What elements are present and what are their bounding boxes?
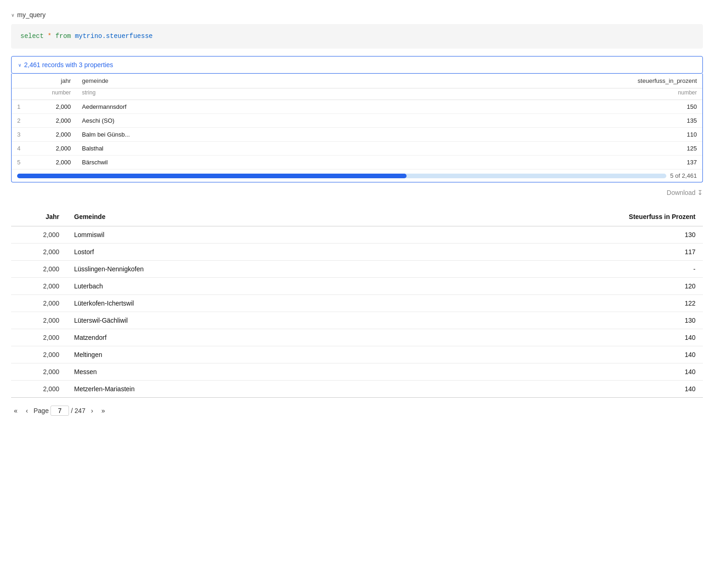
row-jahr: 2,000 <box>30 156 76 169</box>
row-gemeinde: Lüsslingen-Nennigkofen <box>67 261 390 278</box>
row-jahr: 2,000 <box>11 261 67 278</box>
query-toggle[interactable]: ∨ my_query <box>11 11 703 19</box>
download-label[interactable]: Download ↧ <box>667 189 703 196</box>
row-steuer: 150 <box>610 100 702 114</box>
bottom-steuer-header: Steuerfuss in Prozent <box>390 207 703 226</box>
page-input[interactable] <box>50 406 69 416</box>
row-gemeinde: Meltingen <box>67 346 390 363</box>
scrollbar-track[interactable] <box>17 174 666 178</box>
row-jahr: 2,000 <box>11 244 67 261</box>
query-box: select * from mytrino.steuerfuesse <box>11 24 703 49</box>
index-col-subheader <box>12 88 30 100</box>
row-gemeinde: Luterbach <box>67 278 390 295</box>
row-gemeinde: Lommiswil <box>67 226 390 244</box>
row-index: 5 <box>12 156 30 169</box>
table-row: 2,000 Lommiswil 130 <box>11 226 703 244</box>
row-steuer: 140 <box>390 329 703 346</box>
query-section: ∨ my_query select * from mytrino.steuerf… <box>11 11 703 49</box>
scrollbar-row: 5 of 2,461 <box>12 169 702 182</box>
gemeinde-type: string <box>76 88 610 100</box>
last-page-button[interactable]: » <box>99 405 108 416</box>
table-row: 2,000 Luterbach 120 <box>11 278 703 295</box>
table-row: 2,000 Metzerlen-Mariastein 140 <box>11 381 703 398</box>
bottom-table-header: Jahr Gemeinde Steuerfuss in Prozent <box>11 207 703 226</box>
query-name: my_query <box>17 11 45 19</box>
row-jahr: 2,000 <box>11 312 67 329</box>
table-row: 2,000 Lostorf 117 <box>11 244 703 261</box>
row-gemeinde: Lüterswil-Gächliwil <box>67 312 390 329</box>
bottom-table: Jahr Gemeinde Steuerfuss in Prozent 2,00… <box>11 207 703 398</box>
row-jahr: 2,000 <box>30 114 76 128</box>
chevron-down-icon: ∨ <box>18 63 21 68</box>
row-steuer: 137 <box>610 156 702 169</box>
row-steuer: 117 <box>390 244 703 261</box>
row-steuer: 122 <box>390 295 703 312</box>
table-row: 3 2,000 Balm bei Günsb... 110 <box>12 128 702 142</box>
next-page-button[interactable]: › <box>88 405 96 416</box>
table-subheader-row: number string number <box>12 88 702 100</box>
steuer-col-header: steuerfuss_in_prozent <box>610 74 702 88</box>
row-gemeinde: Aeschi (SO) <box>76 114 610 128</box>
row-jahr: 2,000 <box>11 278 67 295</box>
row-steuer: 135 <box>610 114 702 128</box>
bottom-table-body: 2,000 Lommiswil 130 2,000 Lostorf 117 2,… <box>11 226 703 398</box>
row-steuer: - <box>390 261 703 278</box>
row-jahr: 2,000 <box>30 100 76 114</box>
page-count: 5 of 2,461 <box>670 172 697 179</box>
table-row: 1 2,000 Aedermannsdorf 150 <box>12 100 702 114</box>
row-gemeinde: Aedermannsdorf <box>76 100 610 114</box>
top-table-body: 1 2,000 Aedermannsdorf 150 2 2,000 Aesch… <box>12 100 702 169</box>
row-steuer: 125 <box>610 142 702 156</box>
table-row: 4 2,000 Balsthal 125 <box>12 142 702 156</box>
chevron-down-icon: ∨ <box>11 13 14 18</box>
row-steuer: 130 <box>390 312 703 329</box>
scrollbar-thumb <box>17 174 407 178</box>
pagination: « ‹ Page / 247 › » <box>11 398 703 418</box>
table-row: 2,000 Matzendorf 140 <box>11 329 703 346</box>
sql-select: select <box>20 32 44 40</box>
row-jahr: 2,000 <box>11 363 67 381</box>
records-summary[interactable]: ∨ 2,461 records with 3 properties <box>11 56 703 74</box>
index-col-header <box>12 74 30 88</box>
steuer-type: number <box>610 88 702 100</box>
row-gemeinde: Messen <box>67 363 390 381</box>
row-index: 1 <box>12 100 30 114</box>
jahr-col-header: jahr <box>30 74 76 88</box>
row-jahr: 2,000 <box>30 142 76 156</box>
jahr-type: number <box>30 88 76 100</box>
row-steuer: 140 <box>390 381 703 398</box>
top-data-table: jahr gemeinde steuerfuss_in_prozent numb… <box>12 74 702 169</box>
row-steuer: 130 <box>390 226 703 244</box>
row-jahr: 2,000 <box>11 329 67 346</box>
row-index: 3 <box>12 128 30 142</box>
row-jahr: 2,000 <box>11 295 67 312</box>
row-jahr: 2,000 <box>11 346 67 363</box>
row-gemeinde: Lostorf <box>67 244 390 261</box>
row-steuer: 120 <box>390 278 703 295</box>
total-pages: 247 <box>75 407 85 414</box>
bottom-table-wrapper: Jahr Gemeinde Steuerfuss in Prozent 2,00… <box>11 207 703 398</box>
row-jahr: 2,000 <box>11 381 67 398</box>
row-index: 2 <box>12 114 30 128</box>
sql-from: from <box>56 32 71 40</box>
row-gemeinde: Balm bei Günsb... <box>76 128 610 142</box>
row-gemeinde: Metzerlen-Mariastein <box>67 381 390 398</box>
download-row[interactable]: Download ↧ <box>11 186 703 206</box>
gemeinde-col-header: gemeinde <box>76 74 610 88</box>
prev-page-button[interactable]: ‹ <box>23 405 31 416</box>
row-steuer: 110 <box>610 128 702 142</box>
bottom-jahr-header: Jahr <box>11 207 67 226</box>
table-row: 2,000 Lüterkofen-Ichertswil 122 <box>11 295 703 312</box>
sql-star: * <box>48 32 51 40</box>
row-gemeinde: Balsthal <box>76 142 610 156</box>
table-row: 2,000 Meltingen 140 <box>11 346 703 363</box>
page-info: Page / 247 <box>33 406 85 416</box>
top-data-table-wrapper: jahr gemeinde steuerfuss_in_prozent numb… <box>11 74 703 182</box>
page-separator: / <box>71 407 73 414</box>
table-header-row: jahr gemeinde steuerfuss_in_prozent <box>12 74 702 88</box>
row-gemeinde: Matzendorf <box>67 329 390 346</box>
sql-table: mytrino.steuerfuesse <box>75 32 153 40</box>
row-gemeinde: Bärschwil <box>76 156 610 169</box>
row-jahr: 2,000 <box>30 128 76 142</box>
first-page-button[interactable]: « <box>11 405 20 416</box>
